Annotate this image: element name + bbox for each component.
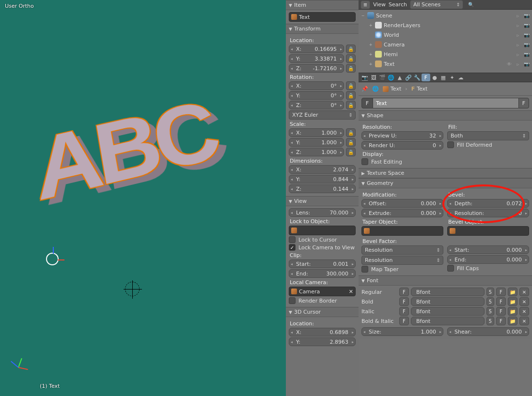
preview-u-field[interactable]: ◂Preview U:32▸ [361,131,443,140]
restrict-render-icon[interactable]: 📷 [523,41,530,48]
panel-shape-header[interactable]: ▼Shape [359,110,532,121]
location-z[interactable]: ◂Z:-1.72160▸ [289,64,344,73]
fill-mode-select[interactable]: Both [447,131,529,140]
tab-renderlayers[interactable]: 🖼 [369,74,378,81]
local-camera-field[interactable]: Camera✕ [289,287,356,296]
map-taper-check[interactable]: Map Taper [361,266,443,273]
unlink-icon[interactable]: ✕ [519,317,529,325]
dimension-z[interactable]: ◂Z:0.144▸ [289,184,356,193]
breadcrumb-object[interactable]: Text [391,86,401,92]
open-file-icon[interactable]: 📁 [508,317,517,325]
panel-view-header[interactable]: ▼View [286,196,359,206]
panel-transform-header[interactable]: ▼Transform [286,24,359,34]
cursor-y[interactable]: ◂Y:2.8963▸ [289,337,356,346]
tab-scene[interactable]: 🎬 [378,74,387,81]
outliner-row-scene[interactable]: − Scene ▹ 📷 [359,11,532,20]
taper-object-field[interactable] [361,226,443,236]
font-name-field[interactable]: Bfont [411,307,485,316]
open-file-icon[interactable]: 📁 [508,307,517,316]
font-browse-icon[interactable]: F [399,317,409,325]
outliner-row-renderlayers[interactable]: + RenderLayers ▹ 📷 [359,20,532,30]
restrict-select-icon[interactable]: ▹ [515,61,521,67]
datablock-type-icon[interactable]: F [361,98,373,108]
clear-icon[interactable]: ✕ [349,289,353,295]
lock-icon[interactable]: 🔒 [346,148,356,156]
scale-y[interactable]: ◂Y:1.000▸ [289,138,344,147]
font-name-field[interactable]: Bfont [411,297,485,306]
dimension-x[interactable]: ◂X:2.074▸ [289,165,356,174]
bevel-resolution-field[interactable]: ◂Resolution:0▸ [447,209,529,217]
font-name-field[interactable]: Bfont [411,288,485,296]
restrict-select-icon[interactable]: ▹ [515,12,521,19]
restrict-render-icon[interactable]: 📷 [523,31,530,38]
location-x[interactable]: ◂X:0.16695▸ [289,45,344,53]
lock-icon[interactable]: 🔒 [346,128,356,137]
fake-user-icon[interactable]: F [496,317,506,325]
restrict-select-icon[interactable]: ▹ [515,41,521,48]
restrict-select-icon[interactable]: ▹ [515,31,521,38]
bevel-object-field[interactable] [447,226,529,236]
fast-editing-check[interactable]: Fast Editing [361,158,443,165]
font-shear-field[interactable]: ◂Shear:0.000▸ [447,327,529,336]
rotation-z[interactable]: ◂Z:0°▸ [289,101,344,109]
fake-user-icon[interactable]: F [496,288,506,296]
rotation-mode-select[interactable]: XYZ Euler [289,110,356,120]
item-object-field[interactable]: Text [289,12,356,22]
fake-user-button[interactable]: F [518,98,529,108]
lock-camera-check[interactable]: ✓Lock Camera to View [289,244,356,251]
outliner-row-text[interactable]: + Text 👁 ▹ 📷 [359,59,532,69]
restrict-render-icon[interactable]: 📷 [523,51,530,58]
panel-item-header[interactable]: ▼Item [286,0,359,10]
font-name-field[interactable]: Bfont [411,317,485,325]
tab-material[interactable]: ● [430,74,439,81]
lock-icon[interactable]: 🔒 [346,64,356,73]
render-border-check[interactable]: Render Border [289,297,356,304]
font-browse-icon[interactable]: F [399,297,409,306]
render-u-field[interactable]: ◂Render U:0▸ [361,141,443,150]
lock-icon[interactable]: 🔒 [346,54,356,63]
bevel-factor-end-mode[interactable]: Resolution [361,256,443,265]
tab-world[interactable]: 🌐 [387,74,395,81]
fake-user-icon[interactable]: F [496,307,506,316]
outliner-search-menu[interactable]: Search [389,1,407,8]
lock-icon[interactable]: 🔒 [346,138,356,147]
bevel-factor-end[interactable]: ◂End:0.000▸ [447,255,529,264]
scene-select[interactable]: All Scenes [410,0,463,9]
bevel-depth-field[interactable]: ◂Depth:0.072▸ [447,199,529,208]
font-browse-icon[interactable]: F [399,288,409,296]
panel-font-header[interactable]: ▼Font [359,275,532,286]
outliner-view-menu[interactable]: View [373,1,386,8]
font-browse-icon[interactable]: F [399,307,409,316]
lock-icon[interactable]: 🔒 [346,101,356,109]
tab-object[interactable]: ▲ [395,74,404,81]
rotation-x[interactable]: ◂X:0°▸ [289,81,344,90]
eye-icon[interactable]: 👁 [506,61,513,67]
restrict-select-icon[interactable]: ▹ [515,51,521,58]
tab-particles[interactable]: ✦ [448,74,456,81]
pin-icon[interactable]: 📌 [361,86,368,92]
panel-texturespace-header[interactable]: ▶Texture Space [359,168,532,178]
restrict-select-icon[interactable]: ▹ [515,22,521,29]
location-y[interactable]: ◂Y:3.33871▸ [289,54,344,63]
panel-3dcursor-header[interactable]: ▼3D Cursor [286,307,359,317]
lock-icon[interactable]: 🔒 [346,45,356,53]
lock-object-field[interactable] [289,226,356,235]
extrude-field[interactable]: ◂Extrude:0.000▸ [361,209,443,217]
scale-z[interactable]: ◂Z:1.000▸ [289,148,344,156]
restrict-render-icon[interactable]: 📷 [523,61,530,67]
tab-constraints[interactable]: 🔗 [404,74,413,81]
dimension-y[interactable]: ◂Y:0.844▸ [289,175,356,183]
rotation-y[interactable]: ◂Y:0°▸ [289,91,344,100]
scale-x[interactable]: ◂X:1.000▸ [289,128,344,137]
tab-modifiers[interactable]: 🔧 [413,74,422,81]
clip-end[interactable]: ◂End:300.000▸ [289,269,356,278]
manipulator-gizmo[interactable] [46,253,59,265]
lens-field[interactable]: ◂Lens:70.000▸ [289,208,356,217]
tab-physics[interactable]: ☁ [456,74,465,81]
bevel-factor-start-mode[interactable]: Resolution [361,245,443,255]
outliner-row-world[interactable]: World ▹ 📷 [359,30,532,40]
font-size-field[interactable]: ◂Size:1.000▸ [361,327,443,336]
editor-type-icon[interactable]: ≣ [360,0,370,9]
outliner-row-camera[interactable]: + Camera ▹ 📷 [359,40,532,49]
unlink-icon[interactable]: ✕ [519,288,529,296]
